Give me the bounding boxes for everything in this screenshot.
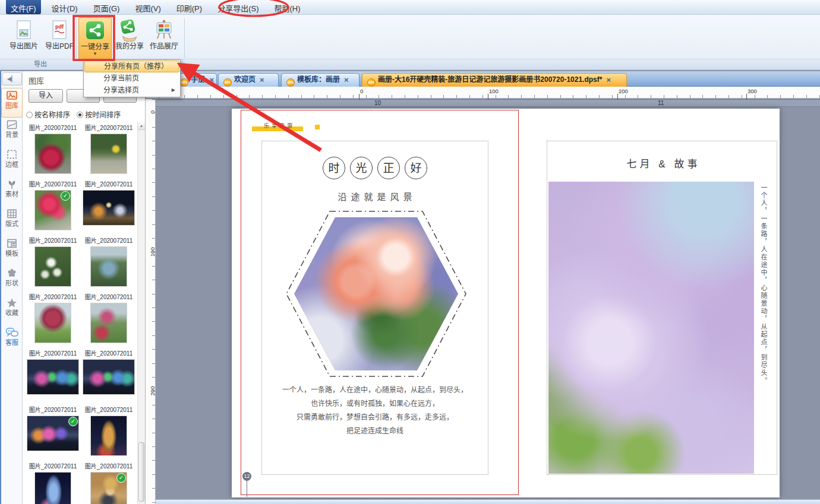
collapse-panel-button[interactable]: ◀▏ [2, 72, 22, 85]
photo-filename: 图片_2020072011 [25, 237, 81, 245]
library-photo-item[interactable]: 图片_2020072011 [81, 234, 137, 291]
blob-shape-icon [6, 268, 18, 278]
template-icon [6, 238, 18, 249]
menu-item[interactable]: 视图(V) [130, 0, 165, 14]
library-photo-item[interactable]: 图片_2020072011 ✓ [25, 404, 81, 460]
photo-thumbnail[interactable] [27, 359, 79, 395]
scrollbar-thumb[interactable] [138, 442, 144, 502]
photo-thumbnail[interactable] [83, 190, 135, 226]
export-pdf-button[interactable]: pdf 导出PDF [43, 17, 76, 64]
scroll-up-arrow-icon[interactable]: ▲ [138, 122, 145, 130]
gallery-hall-button[interactable]: 作品展厅 [147, 17, 181, 64]
sort-by-name-radio[interactable]: 按名称排序 [26, 111, 70, 119]
album-spread[interactable]: 乐享旅游 时光正好 沿途就是风景 一个人，一条路，人在途中，心随景动，从起点，到… [232, 109, 780, 497]
purple-flower-photo[interactable] [548, 182, 754, 474]
photo-thumbnail[interactable] [90, 246, 127, 287]
sidebar-item-material[interactable]: 素材 [1, 177, 23, 207]
library-photo-item[interactable]: 图片_2020072011 [25, 234, 81, 291]
menu-item[interactable]: 印刷(P) [172, 0, 207, 14]
horizontal-scrollbar[interactable] [156, 499, 820, 504]
close-icon[interactable]: × [260, 75, 264, 84]
photo-thumbnail[interactable] [34, 303, 71, 343]
library-photo-item[interactable]: 图片_2020072011 [81, 347, 137, 404]
library-photo-item[interactable]: 图片_2020072011 [25, 460, 81, 504]
one-click-share-button[interactable]: 一键分享 ▼ [78, 17, 112, 64]
library-photo-item[interactable]: 图片_2020072011 [81, 291, 137, 347]
import-button[interactable]: 导入 [29, 89, 63, 103]
library-photo-item[interactable]: 图片_2020072011 [81, 404, 137, 460]
photo-filename: 图片_2020072011 [81, 124, 137, 132]
photo-thumbnail[interactable] [90, 416, 127, 456]
page-number-strip[interactable]: 10 11 [156, 99, 820, 107]
library-photo-item[interactable]: 图片_2020072011 ✓ [81, 460, 137, 504]
photo-thumbnail[interactable] [34, 134, 71, 174]
photo-filename: 图片_2020072011 [25, 124, 81, 132]
left-page-content-area[interactable]: 时光正好 沿途就是风景 一个人，一条路，人在途中，心随景动，从起点，到尽头，也许… [261, 141, 488, 475]
ruler-number: 0 [149, 106, 156, 118]
photo-thumbnail[interactable]: ✓ [34, 190, 71, 230]
menu-item[interactable]: 设计(D) [47, 0, 83, 14]
menu-item-share-current-page[interactable]: 分享当前页 [84, 72, 179, 84]
vertical-ruler: 0100200 [146, 99, 156, 504]
design-canvas[interactable]: 10 11 乐享旅游 时光正好 沿途就是风景 [156, 99, 820, 499]
tab-template-library[interactable]: DPS模板库：画册× [281, 73, 359, 87]
paragraph-line: 一个人，一条路，人在途中，心随景动，从起点，到尽头， [262, 383, 488, 397]
paragraph-line: 也许快乐，或有时孤独，如果心在远方， [262, 397, 488, 411]
vertical-caption-text: 一个人，一条路，人在途中，心随景动，从起点，到尽头。 [759, 184, 768, 386]
dps-file-icon: DPS [223, 78, 232, 87]
library-photo-item[interactable]: 图片_2020072011 [81, 122, 137, 178]
library-photo-item[interactable]: 图片_2020072011 [81, 178, 137, 234]
page-marker-badge[interactable]: 12 [242, 472, 251, 481]
share-dropdown-menu: 分享所有页（推荐） 分享当前页 分享选择页▶ [83, 59, 181, 97]
my-share-button[interactable]: 我的分享 [113, 17, 146, 64]
right-page-content-area[interactable]: 七月 & 故事 一个人，一条路，人在途中，心随景动，从起点，到尽头。 [547, 141, 777, 475]
sidebar-item-background[interactable]: 背景 [1, 118, 23, 147]
sidebar-item-border[interactable]: 边框 [1, 147, 23, 177]
sidebar-item-shape[interactable]: 形状 [1, 266, 23, 296]
photo-thumbnail[interactable] [90, 303, 127, 343]
menu-item-share-selected-pages[interactable]: 分享选择页▶ [84, 84, 179, 96]
panel-scrollbar[interactable]: ▲ [137, 122, 145, 504]
close-icon[interactable]: × [344, 75, 349, 84]
dps-file-icon: DPS [180, 78, 188, 87]
photo-grid: 图片_2020072011 图片_2020072011 图片_202007201… [25, 122, 137, 504]
tab-current-album[interactable]: DPS画册-大16开硬壳精装-旅游日记游记旅游摄影画册书200720-1021.… [362, 73, 627, 87]
photo-thumbnail[interactable] [34, 472, 71, 504]
flower-icon [6, 179, 18, 189]
menu-item[interactable]: 页面(G) [89, 0, 125, 14]
photo-thumbnail[interactable]: ✓ [27, 416, 79, 451]
close-icon[interactable]: × [209, 75, 214, 84]
selected-check-icon: ✓ [61, 191, 70, 201]
title-character-circle: 好 [405, 157, 427, 179]
sort-by-time-radio[interactable]: 按时间排序 [77, 111, 121, 119]
photo-thumbnail[interactable]: ✓ [90, 472, 127, 504]
menu-item-share-all-pages[interactable]: 分享所有页（推荐） [84, 61, 179, 72]
menu-item[interactable]: 分享导出(S) [213, 0, 263, 14]
star-icon [6, 297, 18, 308]
photo-thumbnail[interactable] [34, 246, 71, 287]
library-photo-item[interactable]: 图片_2020072011 ✓ [25, 178, 81, 234]
library-photo-item[interactable]: 图片_2020072011 [25, 122, 81, 178]
menu-item[interactable]: 帮助(H) [269, 0, 305, 14]
sidebar-item-favorites[interactable]: 收藏 [1, 296, 23, 325]
library-photo-item[interactable]: 图片_2020072011 [25, 291, 81, 347]
dps-file-icon: DPS [286, 78, 295, 87]
sidebar-item-gallery[interactable]: 图库 [1, 88, 23, 118]
sidebar-item-template[interactable]: 模板 [1, 236, 23, 266]
close-icon[interactable]: × [606, 75, 611, 84]
menu-item[interactable]: 文件(F) [6, 0, 41, 14]
library-photo-item[interactable]: 图片_2020072011 [25, 347, 81, 404]
export-image-button[interactable]: 导出图片 [7, 17, 40, 64]
photo-filename: 图片_2020072011 [81, 180, 137, 188]
page-paragraph: 一个人，一条路，人在途中，心随景动，从起点，到尽头，也许快乐，或有时孤独，如果心… [262, 383, 488, 438]
photo-library-panel: 图库 导入 按名称排序 按时间排序 图片_2020072011 图片_20200… [23, 71, 146, 504]
hexagon-photo-frame[interactable] [284, 209, 468, 379]
tab-welcome[interactable]: DPS欢迎页× [218, 73, 279, 87]
sidebar-item-customer-service[interactable]: 客服 [1, 325, 23, 355]
sidebar-item-layout[interactable]: 版式 [1, 207, 23, 236]
photo-thumbnail[interactable] [83, 359, 135, 395]
page-subtitle: 沿途就是风景 [262, 190, 488, 202]
photo-thumbnail[interactable] [90, 134, 127, 174]
title-character-circle: 时 [323, 157, 345, 179]
selected-check-icon: ✓ [116, 473, 126, 483]
